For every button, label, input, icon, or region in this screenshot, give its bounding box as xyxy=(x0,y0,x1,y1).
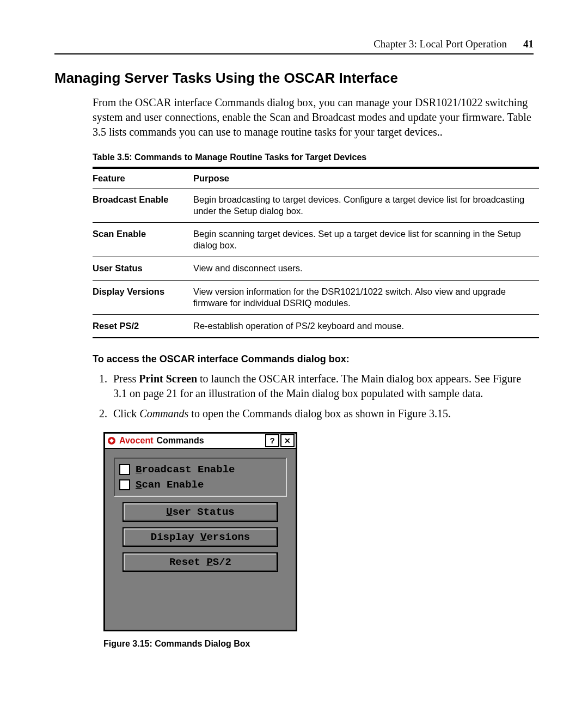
section-heading: Managing Server Tasks Using the OSCAR In… xyxy=(54,70,534,87)
brand-label: Avocent xyxy=(119,436,154,446)
feature-cell: Broadcast Enable xyxy=(93,188,193,223)
button-group: User Status Display Versions Reset PS/2 xyxy=(122,502,278,572)
step-text: Click xyxy=(113,407,139,419)
table-row: Broadcast Enable Begin broadcasting to t… xyxy=(93,188,539,223)
display-versions-button[interactable]: Display Versions xyxy=(122,527,278,547)
checkbox-icon xyxy=(119,464,130,475)
close-button[interactable] xyxy=(280,434,295,447)
user-status-button[interactable]: User Status xyxy=(122,502,278,522)
purpose-cell: Begin broadcasting to target devices. Co… xyxy=(193,188,539,223)
page-number: 41 xyxy=(523,38,534,50)
purpose-cell: Begin scanning target devices. Set up a … xyxy=(193,223,539,257)
app-icon xyxy=(106,435,117,446)
table-row: Reset PS/2 Re-establish operation of PS/… xyxy=(93,314,539,338)
table-row: User Status View and disconnect users. xyxy=(93,257,539,280)
figure-caption: Figure 3.15: Commands Dialog Box xyxy=(103,639,534,649)
help-button[interactable]: ? xyxy=(265,434,279,447)
checkbox-label: Scan Enable xyxy=(136,479,204,491)
step-2: Click Commands to open the Commands dial… xyxy=(110,406,534,421)
checkbox-label: Broadcast Enable xyxy=(136,464,235,476)
feature-cell: Reset PS/2 xyxy=(93,314,193,338)
col-purpose: Purpose xyxy=(193,168,539,188)
procedure-steps: Press Print Screen to launch the OSCAR i… xyxy=(93,372,534,421)
reset-ps2-button[interactable]: Reset PS/2 xyxy=(122,552,278,572)
checkbox-group: Broadcast Enable Scan Enable xyxy=(114,458,287,497)
dialog-titlebar: Avocent Commands ? xyxy=(105,434,296,449)
commands-table: Feature Purpose Broadcast Enable Begin b… xyxy=(93,167,539,338)
table-caption: Table 3.5: Commands to Manage Routine Ta… xyxy=(93,153,534,162)
feature-cell: Scan Enable xyxy=(93,223,193,257)
scan-enable-checkbox[interactable]: Scan Enable xyxy=(119,477,281,492)
feature-cell: User Status xyxy=(93,257,193,280)
feature-cell: Display Versions xyxy=(93,280,193,314)
figure-commands-dialog: Avocent Commands ? Broadcast Enable Scan… xyxy=(103,432,534,631)
procedure-heading: To access the OSCAR interface Commands d… xyxy=(93,354,534,365)
table-row: Display Versions View version informatio… xyxy=(93,280,539,314)
step-1: Press Print Screen to launch the OSCAR i… xyxy=(110,372,534,401)
step-text: Press xyxy=(113,373,139,385)
commands-emphasis: Commands xyxy=(139,407,188,419)
purpose-cell: View and disconnect users. xyxy=(193,257,539,280)
broadcast-enable-checkbox[interactable]: Broadcast Enable xyxy=(119,462,281,477)
table-row: Scan Enable Begin scanning target device… xyxy=(93,223,539,257)
commands-dialog: Avocent Commands ? Broadcast Enable Scan… xyxy=(103,432,297,631)
page: Chapter 3: Local Port Operation 41 Manag… xyxy=(0,0,588,681)
print-screen-key: Print Screen xyxy=(139,373,197,385)
purpose-cell: Re-establish operation of PS/2 keyboard … xyxy=(193,314,539,338)
chapter-label: Chapter 3: Local Port Operation xyxy=(373,38,507,50)
page-header: Chapter 3: Local Port Operation 41 xyxy=(54,38,534,54)
step-text: to open the Commands dialog box as shown… xyxy=(188,407,451,419)
purpose-cell: View version information for the DSR1021… xyxy=(193,280,539,314)
intro-paragraph: From the OSCAR interface Commands dialog… xyxy=(93,95,534,139)
col-feature: Feature xyxy=(93,168,193,188)
checkbox-icon xyxy=(119,479,130,490)
dialog-title: Commands xyxy=(157,436,264,446)
dialog-body: Broadcast Enable Scan Enable User Status… xyxy=(105,449,296,630)
